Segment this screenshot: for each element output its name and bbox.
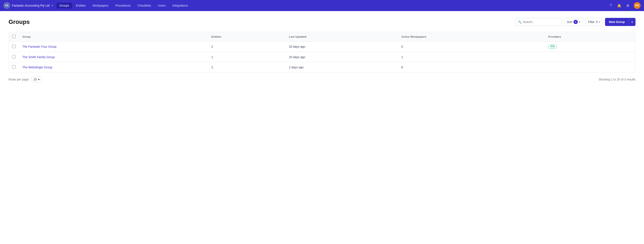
col-header-providers: Providers [545,32,635,42]
nav-item-workpapers[interactable]: Workpapers [90,2,112,8]
select-all-header [9,32,19,42]
row-checkbox[interactable] [12,45,16,48]
row-checkbox-cell [9,42,19,52]
col-header-last-updated: Last Updated [286,32,398,42]
navbar-icons: ? 🔔 ⚙ [607,2,631,9]
col-header-entities: Entities [208,32,285,42]
col-header-group: Group [19,32,208,42]
sort-chevron-icon: ▾ [579,20,580,24]
table-row: The Webslinger Group 2 2 days ago 6 [9,62,635,72]
notifications-icon[interactable]: 🔔 [616,2,623,9]
rows-per-page-value: 25 [34,78,37,81]
table-footer: Rows per page: 25 ▾ Showing 1 to 25 of 3… [8,77,636,82]
brand-avatar: FA [4,2,10,9]
showing-text: Showing 1 to 25 of 3 results [599,78,636,81]
search-box: 🔍 [515,18,562,26]
table-header-row: Group Entities Last Updated Active Workp… [9,32,635,42]
help-icon[interactable]: ? [607,2,614,9]
table-row: The Smith Family Group 1 20 days ago 1 [9,52,635,62]
row-providers: FYI [545,42,635,52]
brand-name: Fantastic Accounting Pty Ltd [12,4,50,7]
new-group-wrapper: New Group ▾ [605,18,636,26]
rows-per-page: Rows per page: 25 ▾ [8,77,42,82]
header-controls: 🔍 Sort 1 ▾ Filter 0 ▾ New Group ▾ [515,18,636,26]
user-avatar[interactable]: RR [634,2,640,9]
row-checkbox[interactable] [12,65,16,68]
row-checkbox-cell [9,52,19,62]
main-content: Groups 🔍 Sort 1 ▾ Filter 0 ▾ New Group ▾ [0,11,644,244]
row-group-name: The Webslinger Group [19,62,208,72]
filter-button[interactable]: Filter 0 ▾ [585,18,603,26]
row-entities: 1 [208,52,285,62]
new-group-button[interactable]: New Group [605,18,629,26]
nav-item-checklists[interactable]: Checklists [134,2,154,8]
groups-table: Group Entities Last Updated Active Workp… [9,32,635,72]
table-row: The Fantastic Four Group 2 20 days ago 0… [9,42,635,52]
row-active-workpapers: 6 [398,62,545,72]
nav-item-users[interactable]: Users [155,2,169,8]
brand-dropdown-arrow: ▾ [52,4,53,7]
navbar: FA Fantastic Accounting Pty Ltd ▾ Groups… [0,0,644,11]
rows-per-page-label: Rows per page: [8,78,30,81]
groups-table-container: Group Entities Last Updated Active Workp… [8,32,636,72]
row-providers [545,52,635,62]
row-entities: 2 [208,42,285,52]
row-last-updated: 20 days ago [286,42,398,52]
select-all-checkbox[interactable] [12,35,16,38]
row-active-workpapers: 1 [398,52,545,62]
filter-count: 0 [596,20,598,24]
row-providers [545,62,635,72]
row-last-updated: 20 days ago [286,52,398,62]
sort-label: Sort [567,20,572,24]
group-link[interactable]: The Fantastic Four Group [22,45,56,48]
new-group-dropdown-button[interactable]: ▾ [629,18,636,26]
rows-per-page-chevron-icon: ▾ [38,78,40,81]
row-checkbox[interactable] [12,55,16,58]
nav-item-procedures[interactable]: Procedures [112,2,134,8]
nav-item-integrations[interactable]: Integrations [170,2,191,8]
nav-item-entities[interactable]: Entities [73,2,89,8]
row-active-workpapers: 0 [398,42,545,52]
new-group-dropdown-icon: ▾ [632,20,633,24]
sort-count-badge: 1 [574,20,578,24]
nav-item-groups[interactable]: Groups [56,2,72,8]
page-header: Groups 🔍 Sort 1 ▾ Filter 0 ▾ New Group ▾ [8,18,636,26]
sort-button[interactable]: Sort 1 ▾ [564,18,583,26]
rows-per-page-select[interactable]: 25 ▾ [31,77,42,82]
group-link[interactable]: The Smith Family Group [22,55,55,59]
row-last-updated: 2 days ago [286,62,398,72]
search-input[interactable] [523,20,559,24]
row-group-name: The Smith Family Group [19,52,208,62]
row-group-name: The Fantastic Four Group [19,42,208,52]
row-entities: 2 [208,62,285,72]
filter-chevron-icon: ▾ [599,20,600,24]
settings-icon[interactable]: ⚙ [624,2,631,9]
search-icon: 🔍 [518,20,522,24]
brand[interactable]: FA Fantastic Accounting Pty Ltd ▾ [4,2,53,9]
filter-label: Filter [588,20,594,24]
fyi-badge: FYI [548,44,557,49]
col-header-active-workpapers: Active Workpapers [398,32,545,42]
page-title: Groups [8,18,515,25]
group-link[interactable]: The Webslinger Group [22,66,52,69]
row-checkbox-cell [9,62,19,72]
